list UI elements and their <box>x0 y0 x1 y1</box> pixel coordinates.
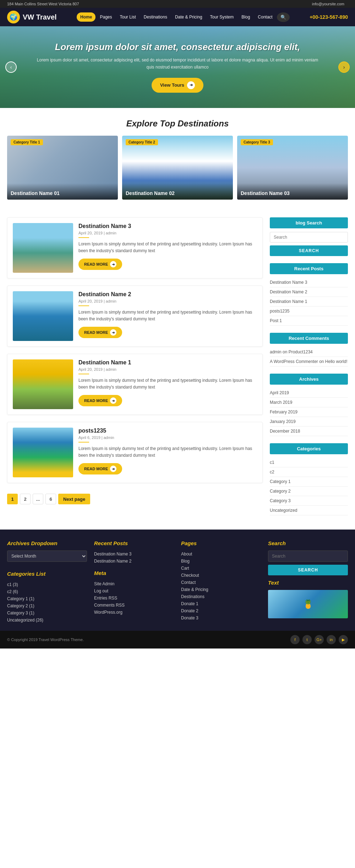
footer-bottom: © Copyright 2019 Travel WordPress Theme.… <box>0 631 355 649</box>
nav-pages[interactable]: Pages <box>96 12 115 22</box>
blog-post-3-read-more[interactable]: READ MORE ➜ <box>78 395 122 406</box>
destination-card-3[interactable]: Category Title 3 Destination Name 03 <box>237 136 348 200</box>
footer-meta-logout-link[interactable]: Log out <box>94 588 108 593</box>
recent-post-item-1: Destination Name 3 <box>270 278 348 287</box>
footer-meta-comments-rss-link[interactable]: Comments RSS <box>94 603 125 608</box>
blog-post-2-meta: April 20, 2019 | admin <box>78 299 257 303</box>
footer-cat-1-link[interactable]: Category 1 (1) <box>7 596 34 601</box>
recent-post-link-4[interactable]: posts1235 <box>270 309 289 314</box>
footer-meta-entries-rss-link[interactable]: Entries RSS <box>94 596 117 601</box>
footer-pages-widget: Pages About Blog Cart Checkout Contact D… <box>181 540 261 624</box>
archive-link-january[interactable]: January 2019 <box>270 419 296 424</box>
nav-contact[interactable]: Contact <box>254 12 276 22</box>
category-link-uncategorized[interactable]: Uncategorized <box>270 508 297 513</box>
read-more-arrow-4: ➜ <box>110 466 116 472</box>
recent-comments-list: admin on Product1234 A WordPress Comment… <box>270 347 348 367</box>
footer-page-contact-link[interactable]: Contact <box>181 580 196 585</box>
hero-next-button[interactable]: › <box>338 61 350 73</box>
blog-post-2-read-more[interactable]: READ MORE ➜ <box>78 327 122 338</box>
page-2-button[interactable]: 2 <box>20 494 31 504</box>
footer-cat-c1-link[interactable]: c1 (3) <box>7 582 18 587</box>
footer-page-date-pricing-link[interactable]: Date & Pricing <box>181 587 208 592</box>
nav-home[interactable]: Home <box>77 12 95 22</box>
destination-card-2[interactable]: Category Title 2 Destination Name 02 <box>122 136 233 200</box>
footer-page-about-link[interactable]: About <box>181 552 192 557</box>
footer-cat-3-link[interactable]: Category 3 (1) <box>7 611 34 615</box>
footer-meta-site-admin-link[interactable]: Site Admin <box>94 581 114 586</box>
social-linkedin-icon[interactable]: in <box>327 635 336 644</box>
archive-link-december[interactable]: December 2018 <box>270 429 300 434</box>
social-googleplus-icon[interactable]: G+ <box>315 635 324 644</box>
blog-post-2: Destination Name 2 April 20, 2019 | admi… <box>7 286 263 347</box>
header-search-button[interactable]: 🔍 <box>277 12 290 22</box>
category-item-3: Category 3 <box>270 496 348 506</box>
footer-page-blog-link[interactable]: Blog <box>181 559 190 564</box>
sidebar: blog Search SEARCH Recent Posts Destinat… <box>270 217 348 522</box>
page-6-button[interactable]: 6 <box>45 494 56 504</box>
recent-post-link-5[interactable]: Post 1 <box>270 318 282 323</box>
recent-post-link-2[interactable]: Destination Name 2 <box>270 289 307 294</box>
recent-post-link-1[interactable]: Destination Name 3 <box>270 280 307 285</box>
footer-rp-2-link[interactable]: Destination Name 2 <box>94 559 131 564</box>
footer-search-input[interactable] <box>268 550 348 562</box>
footer-cat-uncategorized-link[interactable]: Uncategorized (26) <box>7 618 43 623</box>
archive-link-april[interactable]: April 2019 <box>270 390 289 395</box>
top-bar: 184 Main Collins Street West Victoria 80… <box>0 0 355 8</box>
sidebar-recent-comments-widget: Recent Comments admin on Product1234 A W… <box>270 333 348 367</box>
blog-post-1-read-more[interactable]: READ MORE ➜ <box>78 259 122 270</box>
sidebar-search-button[interactable]: SEARCH <box>270 245 348 256</box>
blog-post-4-read-more[interactable]: READ MORE ➜ <box>78 463 122 474</box>
footer-meta-wordpress-link[interactable]: WordPress.org <box>94 610 122 615</box>
footer-page-destinations-link[interactable]: Destinations <box>181 594 204 599</box>
recent-post-item-4: posts1235 <box>270 306 348 316</box>
nav-tour-system[interactable]: Tour System <box>207 12 237 22</box>
category-link-2[interactable]: Category 2 <box>270 489 291 494</box>
footer-page-checkout-link[interactable]: Checkout <box>181 573 199 578</box>
nav-tour-list[interactable]: Tour List <box>116 12 139 22</box>
archive-item-december: December 2018 <box>270 427 348 436</box>
destination-card-1[interactable]: Category Title 1 Destination Name 01 <box>7 136 118 200</box>
blog-post-3-content: Destination Name 1 April 20, 2019 | admi… <box>78 359 257 409</box>
page-1-button[interactable]: 1 <box>7 494 18 504</box>
category-link-c1[interactable]: c1 <box>270 460 274 465</box>
footer-cat-2-link[interactable]: Category 2 (1) <box>7 603 34 608</box>
footer-page-donate1-link[interactable]: Donate 1 <box>181 601 198 606</box>
social-facebook-icon[interactable]: f <box>290 635 300 644</box>
blog-post-3: Destination Name 1 April 20, 2019 | admi… <box>7 354 263 415</box>
blog-post-1-image <box>13 223 73 273</box>
page-next-button[interactable]: Next page <box>58 494 90 504</box>
category-item-c1: c1 <box>270 458 348 467</box>
footer-rp-1-link[interactable]: Destination Name 3 <box>94 552 131 557</box>
category-link-1[interactable]: Category 1 <box>270 479 291 484</box>
footer-page-donate3-link[interactable]: Donate 3 <box>181 615 198 620</box>
archive-link-february[interactable]: February 2019 <box>270 409 297 414</box>
nav-blog[interactable]: Blog <box>238 12 253 22</box>
hero-prev-button[interactable]: ‹ <box>5 61 17 73</box>
footer-cat-c2-link[interactable]: c2 (6) <box>7 589 18 594</box>
category-link-c2[interactable]: c2 <box>270 470 274 474</box>
page-ellipsis-button[interactable]: ... <box>33 494 43 504</box>
hero-cta-button[interactable]: View Tours ➜ <box>152 78 203 93</box>
social-twitter-icon[interactable]: t <box>302 635 312 644</box>
blog-post-2-content: Destination Name 2 April 20, 2019 | admi… <box>78 291 257 341</box>
recent-comment-item-1: admin on Product1234 <box>270 347 348 357</box>
footer-meta-site-admin: Site Admin <box>94 580 174 587</box>
footer-text-image: 🍍 <box>268 590 348 618</box>
nav-destinations[interactable]: Destinations <box>140 12 171 22</box>
nav-date-pricing[interactable]: Date & Pricing <box>171 12 206 22</box>
category-badge-2: Category Title 2 <box>126 139 158 145</box>
read-more-label-4: READ MORE <box>84 467 108 471</box>
social-youtube-icon[interactable]: ▶ <box>339 635 348 644</box>
main-content: Destination Name 3 April 20, 2019 | admi… <box>0 210 355 530</box>
recent-post-link-3[interactable]: Destination Name 1 <box>270 299 307 304</box>
archive-link-march[interactable]: March 2019 <box>270 400 292 405</box>
footer-search-button[interactable]: SEARCH <box>268 565 348 575</box>
blog-post-3-title: Destination Name 1 <box>78 359 257 366</box>
footer-page-cart-link[interactable]: Cart <box>181 566 189 571</box>
copyright-text: © Copyright 2019 Travel WordPress Theme. <box>7 638 84 642</box>
sidebar-search-input[interactable] <box>270 232 348 243</box>
footer-page-donate2-link[interactable]: Donate 2 <box>181 608 198 613</box>
footer-month-select[interactable]: Select Month <box>7 550 87 562</box>
category-link-3[interactable]: Category 3 <box>270 498 291 503</box>
archive-item-february: February 2019 <box>270 407 348 417</box>
